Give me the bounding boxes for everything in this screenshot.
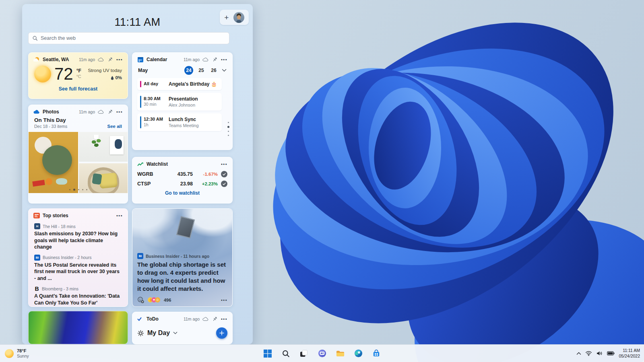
updated-label: 11m ago: [184, 317, 200, 321]
top-stories-widget[interactable]: Top stories ••• H The Hill - 18 mins Sla…: [28, 208, 128, 307]
sun-icon: [34, 66, 51, 82]
cloud-icon[interactable]: [98, 56, 104, 63]
date-chip-selected[interactable]: 24: [184, 66, 193, 75]
chevron-down-icon[interactable]: [173, 331, 178, 335]
volume-icon[interactable]: [596, 351, 603, 356]
event-subtitle: Alex Johnson: [169, 103, 198, 107]
cloud-icon[interactable]: [98, 109, 104, 115]
cloud-icon[interactable]: [202, 316, 209, 322]
sun-icon: [5, 349, 14, 358]
photo-thumbnail[interactable]: [29, 132, 78, 193]
story-headline: The US Postal Service revealed its first…: [34, 262, 122, 282]
weather-widget[interactable]: Seattle, WA 11m ago ••• 72 °F °C: [28, 52, 128, 99]
news-headline: The global chip shortage is set to drag …: [137, 261, 227, 293]
widget-title: Top stories: [43, 213, 68, 218]
pin-icon[interactable]: [212, 316, 218, 322]
edge-browser-button[interactable]: [352, 347, 365, 360]
more-icon[interactable]: •••: [116, 109, 123, 115]
event-time: 12:30 AM: [144, 117, 165, 121]
unit-fahrenheit[interactable]: °F: [76, 68, 81, 74]
widget-title: Calendar: [147, 57, 167, 62]
ticker-symbol: CTSP: [137, 181, 161, 187]
battery-icon[interactable]: [607, 351, 615, 356]
file-explorer-button[interactable]: [334, 347, 347, 360]
calendar-event[interactable]: 8:30 AM 30 min Presentation Alex Johnson: [137, 93, 222, 111]
photos-widget[interactable]: Photos 11m ago ••• On This Day Dec 18 - …: [28, 105, 128, 204]
cloud-icon[interactable]: [202, 56, 209, 63]
teams-chat-button[interactable]: [316, 347, 328, 360]
more-icon[interactable]: •••: [116, 56, 123, 63]
watchlist-row[interactable]: WGRB 435.75 -1.67%: [132, 169, 232, 179]
avatar[interactable]: [233, 12, 244, 23]
search-button[interactable]: [279, 347, 292, 360]
news-photo-card[interactable]: BI Business Insider - 11 hours ago The g…: [132, 208, 233, 307]
desktop: 11:11 AM + Seattle, WA 11m ago: [0, 0, 644, 362]
taskbar-clock[interactable]: 11:11 AM 05/24/2022: [619, 348, 640, 359]
watchlist-row[interactable]: CTSP 23.98 +2.23%: [132, 179, 232, 189]
pin-icon[interactable]: [212, 56, 218, 63]
add-reaction-icon[interactable]: [137, 296, 144, 303]
unit-celsius[interactable]: °C: [76, 74, 81, 79]
photo-thumbnail[interactable]: [79, 132, 128, 162]
todo-widget[interactable]: ToDo 11m ago •••: [132, 312, 233, 344]
story-item[interactable]: H The Hill - 18 mins Slash emissions by …: [29, 221, 128, 252]
tray-chevron-up-icon[interactable]: [576, 352, 581, 355]
story-item[interactable]: BI Business Insider - 2 hours The US Pos…: [29, 252, 128, 284]
pin-icon[interactable]: [107, 56, 114, 63]
taskbar-condition: Sunny: [17, 354, 29, 359]
story-item[interactable]: B Bloomberg - 3 mins A Quant's Take on I…: [29, 283, 128, 307]
see-all-link[interactable]: See all: [107, 124, 122, 129]
chevron-down-icon[interactable]: [222, 69, 227, 72]
web-search-bar[interactable]: [28, 32, 229, 44]
go-to-watchlist-link[interactable]: Go to watchlist: [132, 190, 232, 196]
taskbar-weather-widget[interactable]: 78°F Sunny: [5, 348, 29, 359]
photo-collage[interactable]: [29, 132, 128, 193]
event-title: Lunch Sync: [169, 117, 199, 122]
add-task-button[interactable]: [216, 327, 227, 339]
search-input[interactable]: [41, 35, 225, 41]
check-circle-icon[interactable]: [221, 181, 227, 187]
source-badge: BI: [137, 253, 143, 259]
wifi-icon[interactable]: [585, 351, 592, 356]
see-full-forecast-link[interactable]: See full forecast: [29, 86, 128, 92]
wallpaper-bloom: [221, 0, 644, 362]
calendar-widget[interactable]: Calendar 11m ago ••• May 24 25 2: [132, 52, 233, 150]
calendar-event[interactable]: All day Angela's Birthday 🎂: [137, 78, 222, 90]
updated-label: 11m ago: [79, 57, 95, 62]
add-widget-button[interactable]: +: [224, 14, 229, 21]
widget-title: ToDo: [147, 316, 159, 322]
calendar-event[interactable]: 12:30 AM 1h Lunch Sync Teams Meeting: [137, 113, 222, 131]
watchlist-widget[interactable]: Watchlist ••• WGRB 435.75 -1.67% CTSP 23…: [132, 157, 233, 204]
month-label: May: [138, 68, 148, 73]
more-icon[interactable]: •••: [221, 297, 227, 303]
task-view-button[interactable]: [297, 347, 310, 360]
more-icon[interactable]: •••: [116, 212, 123, 219]
widget-title: Photos: [43, 109, 59, 115]
check-circle-icon[interactable]: [221, 171, 227, 177]
more-icon[interactable]: •••: [221, 161, 227, 167]
source-meta: Business Insider - 11 hours ago: [146, 254, 209, 259]
event-time: All day: [144, 81, 165, 86]
ticker-change: -1.67%: [196, 172, 218, 177]
calendar-icon: [137, 56, 144, 63]
start-button[interactable]: [261, 347, 274, 360]
microsoft-store-button[interactable]: [370, 347, 383, 360]
clock-time: 11:11 AM: [619, 348, 640, 354]
more-icon[interactable]: •••: [221, 56, 227, 63]
panel-clock: 11:11 AM: [22, 16, 253, 29]
date-chip[interactable]: 25: [197, 66, 206, 75]
ticker-symbol: WGRB: [137, 171, 161, 177]
photos-subheading: Dec 18 - 33 items: [34, 124, 67, 129]
my-day-label[interactable]: My Day: [147, 329, 170, 337]
event-title: Presentation: [169, 96, 198, 102]
clock-date: 05/24/2022: [619, 354, 640, 359]
precipitation-value: 0%: [115, 75, 122, 80]
taskbar: 78°F Sunny: [0, 344, 644, 362]
more-icon[interactable]: •••: [221, 316, 227, 322]
calendar-pager-dots[interactable]: [227, 122, 229, 136]
photos-pager-dots[interactable]: [29, 189, 128, 191]
date-chip[interactable]: 26: [209, 66, 218, 75]
news-image-card-cropped[interactable]: [28, 311, 128, 344]
photos-heading: On This Day: [34, 117, 67, 123]
pin-icon[interactable]: [107, 109, 114, 115]
